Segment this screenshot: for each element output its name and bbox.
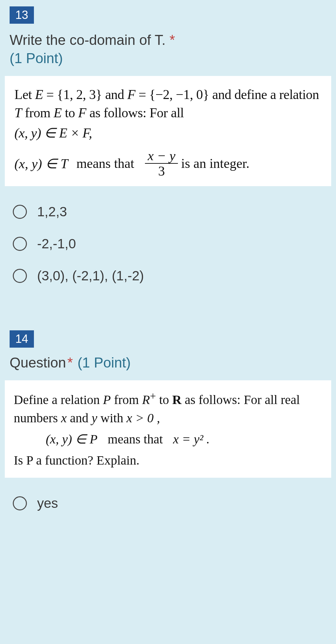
radio-icon[interactable] [13, 237, 27, 251]
option-label: 1,2,3 [37, 204, 67, 219]
question-header-row: Question * (1 Point) [10, 355, 326, 371]
question-points: (1 Point) [77, 355, 131, 370]
option-3[interactable]: (3,0), (-2,1), (1,-2) [13, 260, 326, 292]
question-number-badge: 14 [10, 330, 34, 348]
option-label: -2,-1,0 [37, 236, 76, 252]
question-points: (1 Point) [10, 50, 326, 66]
question-13: 13 Write the co-domain of T. * (1 Point)… [0, 0, 336, 305]
question-title-text: Question [10, 355, 66, 370]
img-line: (x, y) ∈ P means that x = y² . [14, 430, 322, 448]
question-image-text: Let E = {1, 2, 3} and F = {−2, −1, 0} an… [5, 76, 331, 186]
img-line: Define a relation P from R+ to R as foll… [14, 389, 322, 427]
img-line: (x, y) ∈ E × F, [14, 124, 322, 142]
question-14: 14 Question * (1 Point) Define a relatio… [0, 324, 336, 532]
required-asterisk: * [170, 32, 175, 48]
option-2[interactable]: -2,-1,0 [13, 228, 326, 260]
option-label: (3,0), (-2,1), (1,-2) [37, 268, 144, 284]
question-image-text: Define a relation P from R+ to R as foll… [5, 380, 331, 477]
options-group: yes [13, 487, 326, 519]
required-asterisk: * [68, 355, 73, 370]
img-line: (x, y) ∈ T means that x − y 3 is an inte… [14, 149, 322, 178]
option-label: yes [37, 496, 58, 511]
radio-icon[interactable] [13, 269, 27, 283]
question-number-badge: 13 [10, 6, 34, 24]
img-line: Is P a function? Explain. [14, 451, 322, 469]
fraction: x − y 3 [145, 149, 178, 178]
options-group: 1,2,3 -2,-1,0 (3,0), (-2,1), (1,-2) [13, 196, 326, 292]
radio-icon[interactable] [13, 496, 27, 510]
radio-icon[interactable] [13, 205, 27, 219]
question-title-text: Write the co-domain of T. [10, 32, 165, 48]
img-line: Let E = {1, 2, 3} and F = {−2, −1, 0} an… [14, 86, 322, 122]
question-title: Write the co-domain of T. * [10, 31, 326, 49]
option-1[interactable]: 1,2,3 [13, 196, 326, 228]
option-1[interactable]: yes [13, 487, 326, 519]
